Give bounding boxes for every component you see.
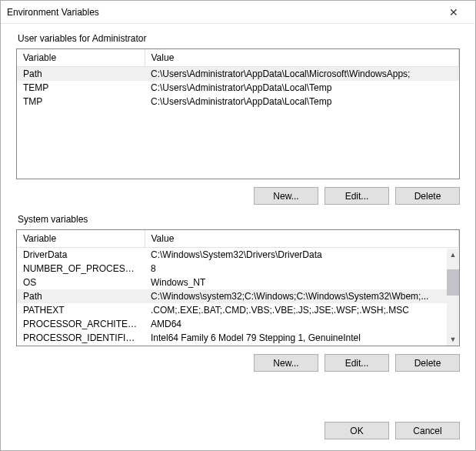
cell-variable: OS — [17, 276, 145, 289]
user-variables-group: User variables for Administrator Variabl… — [16, 33, 460, 205]
user-variables-table: Variable Value PathC:\Users\Administrato… — [17, 49, 459, 109]
ok-button[interactable]: OK — [325, 422, 389, 439]
sys-col-variable[interactable]: Variable — [17, 230, 145, 248]
cell-value: Windows_NT — [145, 276, 459, 289]
cell-value: C:\Users\Administrator\AppData\Local\Tem… — [145, 81, 459, 95]
cell-value: C:\Users\Administrator\AppData\Local\Mic… — [145, 67, 459, 82]
sys-edit-button[interactable]: Edit... — [325, 354, 389, 372]
cell-variable: DriverData — [17, 248, 145, 262]
cell-value: .COM;.EXE;.BAT;.CMD;.VBS;.VBE;.JS;.JSE;.… — [145, 303, 459, 317]
table-row[interactable]: TMPC:\Users\Administrator\AppData\Local\… — [17, 95, 459, 109]
cell-value: C:\Users\Administrator\AppData\Local\Tem… — [145, 95, 459, 109]
window-title: Environment Variables — [7, 7, 438, 18]
close-icon[interactable]: ✕ — [438, 2, 469, 23]
scroll-down-icon[interactable]: ▼ — [447, 333, 459, 346]
table-row[interactable]: NUMBER_OF_PROCESSORS8 — [17, 262, 459, 276]
cell-value: Intel64 Family 6 Model 79 Stepping 1, Ge… — [145, 331, 459, 345]
user-col-variable[interactable]: Variable — [17, 49, 145, 67]
table-row[interactable]: PathC:\Users\Administrator\AppData\Local… — [17, 67, 459, 82]
user-delete-button[interactable]: Delete — [395, 187, 460, 205]
user-variables-list[interactable]: Variable Value PathC:\Users\Administrato… — [16, 48, 460, 179]
sys-new-button[interactable]: New... — [254, 354, 318, 372]
table-row[interactable]: PathC:\Windows\system32;C:\Windows;C:\Wi… — [17, 289, 459, 303]
system-buttons-row: New... Edit... Delete — [16, 354, 460, 372]
user-col-value[interactable]: Value — [145, 49, 459, 67]
sys-col-value[interactable]: Value — [145, 230, 459, 248]
user-edit-button[interactable]: Edit... — [325, 187, 389, 205]
cell-variable: NUMBER_OF_PROCESSORS — [17, 262, 145, 276]
cell-value: C:\Windows\System32\Drivers\DriverData — [145, 248, 459, 262]
user-variables-label: User variables for Administrator — [18, 33, 460, 44]
cell-variable: PROCESSOR_IDENTIFIER — [17, 331, 145, 345]
cell-value: AMD64 — [145, 317, 459, 331]
cell-variable: Path — [17, 67, 145, 82]
cell-variable: TMP — [17, 95, 145, 109]
user-buttons-row: New... Edit... Delete — [16, 187, 460, 205]
table-row[interactable]: DriverDataC:\Windows\System32\Drivers\Dr… — [17, 248, 459, 262]
system-variables-table: Variable Value DriverDataC:\Windows\Syst… — [17, 230, 459, 345]
dialog-footer: OK Cancel — [1, 411, 475, 450]
titlebar: Environment Variables ✕ — [1, 1, 475, 24]
cell-variable: PROCESSOR_ARCHITECTURE — [17, 317, 145, 331]
scrollbar[interactable]: ▲ ▼ — [447, 249, 459, 346]
table-row[interactable]: PROCESSOR_ARCHITECTUREAMD64 — [17, 317, 459, 331]
cell-value: 8 — [145, 262, 459, 276]
table-row[interactable]: PROCESSOR_IDENTIFIERIntel64 Family 6 Mod… — [17, 331, 459, 345]
scroll-up-icon[interactable]: ▲ — [447, 249, 459, 261]
table-row[interactable]: PATHEXT.COM;.EXE;.BAT;.CMD;.VBS;.VBE;.JS… — [17, 303, 459, 317]
cell-variable: Path — [17, 289, 145, 303]
system-variables-label: System variables — [18, 214, 460, 225]
cell-value: C:\Windows\system32;C:\Windows;C:\Window… — [145, 289, 459, 303]
scroll-thumb[interactable] — [447, 269, 459, 296]
cancel-button[interactable]: Cancel — [395, 422, 460, 439]
system-variables-group: System variables Variable Value DriverDa… — [16, 214, 460, 372]
environment-variables-dialog: Environment Variables ✕ User variables f… — [0, 0, 476, 451]
cell-variable: PATHEXT — [17, 303, 145, 317]
sys-delete-button[interactable]: Delete — [395, 354, 460, 372]
table-row[interactable]: OSWindows_NT — [17, 276, 459, 289]
system-variables-list[interactable]: Variable Value DriverDataC:\Windows\Syst… — [16, 229, 460, 346]
cell-variable: TEMP — [17, 81, 145, 95]
table-row[interactable]: TEMPC:\Users\Administrator\AppData\Local… — [17, 81, 459, 95]
content-area: User variables for Administrator Variabl… — [1, 24, 475, 411]
user-new-button[interactable]: New... — [254, 187, 318, 205]
